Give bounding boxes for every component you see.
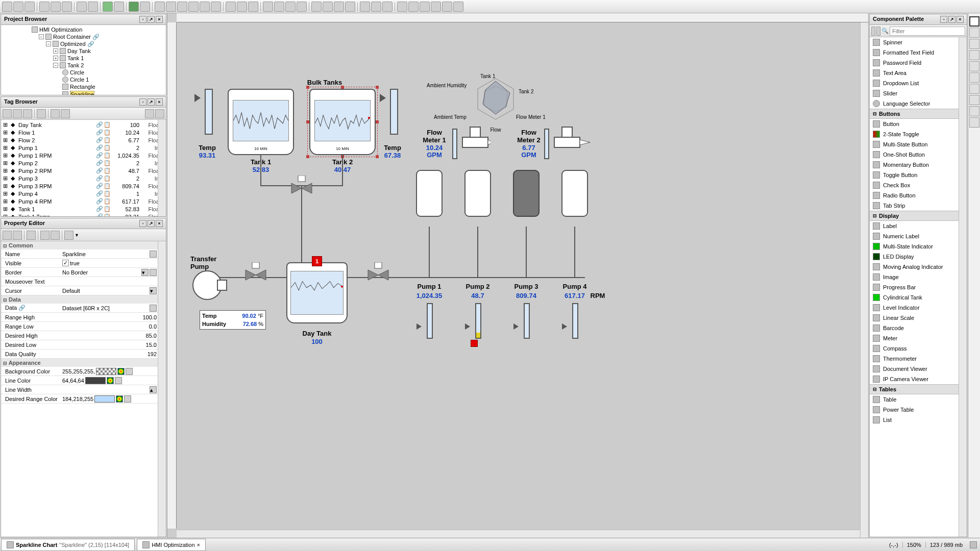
color-swatch[interactable] xyxy=(85,377,106,384)
fm2-bar[interactable] xyxy=(544,129,549,159)
tb-align-bottom-icon[interactable] xyxy=(323,2,333,12)
tb-center-v-icon[interactable] xyxy=(431,2,441,12)
tb-same-width-icon[interactable] xyxy=(397,2,407,12)
tag-row[interactable]: ⊞◆Flow 1🔗📋10.24Float8 xyxy=(2,129,165,136)
palette-level[interactable]: Level Indicator xyxy=(870,303,967,313)
pump4-bar[interactable] xyxy=(572,303,578,339)
pump1-bar[interactable] xyxy=(427,303,433,339)
palette-numeric[interactable]: Numeric Label xyxy=(870,231,967,241)
palette-radio[interactable]: Radio Button xyxy=(870,190,967,201)
tag-opc-icon[interactable] xyxy=(145,109,154,118)
palette-momentary[interactable]: Momentary Button xyxy=(870,160,967,170)
palette-password[interactable]: Password Field xyxy=(870,58,967,68)
palette-textarea[interactable]: Text Area xyxy=(870,68,967,78)
tb-distrib-v-icon[interactable] xyxy=(345,2,355,12)
tag-import-icon[interactable] xyxy=(51,109,60,118)
tag-row[interactable]: ⊞◆Pump 4 RPM🔗📋617.17Float8 xyxy=(2,197,165,205)
tb-new-icon[interactable] xyxy=(2,2,12,12)
tb-zoom-out-icon[interactable] xyxy=(237,2,247,12)
tb-paste-icon[interactable] xyxy=(62,2,72,12)
panel-pin-icon[interactable]: ▫ xyxy=(940,16,947,23)
pump2-bar[interactable] xyxy=(475,303,481,339)
temp2-bar[interactable] xyxy=(390,89,398,135)
palette-list[interactable]: Spinner Formatted Text Field Password Fi… xyxy=(870,37,967,537)
panel-close-icon[interactable]: × xyxy=(156,16,163,23)
gradient-tool-icon[interactable] xyxy=(969,106,979,116)
prop-mouseover-input[interactable] xyxy=(62,279,157,285)
tb-align-top-icon[interactable] xyxy=(297,2,307,12)
color-swatch[interactable] xyxy=(94,395,115,403)
palette-thermo[interactable]: Thermometer xyxy=(870,354,967,364)
tb-back-icon[interactable] xyxy=(371,2,381,12)
project-tree[interactable]: HMI Optimization −Root Container🔗 −Optim… xyxy=(1,25,166,95)
panel-pin-icon[interactable]: ▫ xyxy=(139,98,146,106)
palette-linear[interactable]: Linear Scale xyxy=(870,313,967,323)
palette-list-icon[interactable] xyxy=(876,27,880,36)
palette-compass[interactable]: Compass xyxy=(870,343,967,354)
palette-oneshot[interactable]: One-Shot Button xyxy=(870,149,967,160)
tb-copy-icon[interactable] xyxy=(51,2,61,12)
tb-redo-icon[interactable] xyxy=(88,2,98,12)
palette-tabstrip[interactable]: Tab Strip xyxy=(870,201,967,211)
prop-deshigh-input[interactable] xyxy=(62,333,157,339)
palette-scrollbar[interactable] xyxy=(959,37,967,537)
panel-float-icon[interactable]: ↗ xyxy=(948,16,955,23)
tb-run-icon[interactable] xyxy=(129,2,139,12)
alarm-badge[interactable]: 1 xyxy=(312,256,322,266)
pump3-bar[interactable] xyxy=(524,303,530,339)
prop-deslow-input[interactable] xyxy=(62,342,157,348)
tb-rotate-right-icon[interactable] xyxy=(188,2,199,12)
prop-az-icon[interactable] xyxy=(13,231,22,240)
tag-scrollbar[interactable] xyxy=(158,120,166,216)
palette-view-icon[interactable] xyxy=(871,27,875,36)
tag-row[interactable]: ⊞◆Flow 2🔗📋6.77Float8 xyxy=(2,136,165,144)
panel-pin-icon[interactable]: ▫ xyxy=(139,16,146,23)
prop-dataset-btn[interactable] xyxy=(150,305,157,312)
palette-docview[interactable]: Document Viewer xyxy=(870,364,967,374)
palette-list[interactable]: List xyxy=(870,415,967,425)
tb-flip-h-icon[interactable] xyxy=(200,2,210,12)
tag-row[interactable]: ⊞◆Day Tank🔗📋100Float8 xyxy=(2,121,165,129)
prop-edit-btn[interactable] xyxy=(150,269,157,276)
tb-align-center-icon[interactable] xyxy=(274,2,284,12)
palette-toggle[interactable]: Toggle Button xyxy=(870,170,967,180)
circle-tool-icon[interactable] xyxy=(969,39,979,49)
palette-formatted[interactable]: Formatted Text Field xyxy=(870,47,967,58)
tb-align-left-icon[interactable] xyxy=(263,2,273,12)
tag-row[interactable]: ⊞◆Pump 1🔗📋2Int4 xyxy=(2,144,165,152)
palette-table[interactable]: Table xyxy=(870,394,967,405)
tb-rotate-left-icon[interactable] xyxy=(177,2,187,12)
prop-border-input[interactable] xyxy=(62,269,140,276)
prop-db-btn[interactable] xyxy=(126,368,133,375)
tag-row[interactable]: ⊞◆Pump 2 RPM🔗📋48.7Float8 xyxy=(2,167,165,174)
tag-row[interactable]: ⊞◆Pump 3🔗📋2Int4 xyxy=(2,174,165,182)
tb-align-right-icon[interactable] xyxy=(285,2,296,12)
panel-close-icon[interactable]: × xyxy=(957,16,964,23)
palette-2state[interactable]: 2-State Toggle xyxy=(870,129,967,139)
rect-tool-icon[interactable] xyxy=(969,28,979,38)
palette-lang[interactable]: Language Selector xyxy=(870,98,967,109)
tb-same-height-icon[interactable] xyxy=(408,2,419,12)
close-tab-icon[interactable]: × xyxy=(197,542,200,548)
tb-preview-icon[interactable] xyxy=(103,2,113,12)
panel-close-icon[interactable]: × xyxy=(156,98,163,106)
palette-barcode[interactable]: Barcode xyxy=(870,323,967,333)
prop-data-input[interactable] xyxy=(62,305,149,311)
prop-db-btn[interactable] xyxy=(124,395,131,403)
prop-rangehigh-input[interactable] xyxy=(62,314,157,320)
tank1-graphic[interactable]: 10 MIN xyxy=(228,89,294,155)
tb-undo-icon[interactable] xyxy=(77,2,87,12)
tb-module-icon[interactable] xyxy=(140,2,150,12)
line-tool-icon[interactable] xyxy=(969,61,979,71)
temp1-bar[interactable] xyxy=(205,89,213,135)
tb-grid-icon[interactable] xyxy=(166,2,176,12)
canvas-scrollbar-v[interactable] xyxy=(860,22,868,538)
tag-tree-icon[interactable] xyxy=(3,109,12,118)
palette-meter[interactable]: Meter xyxy=(870,333,967,343)
color-swatch[interactable] xyxy=(96,368,116,375)
path-tool-icon[interactable] xyxy=(969,95,979,105)
tb-front-icon[interactable] xyxy=(360,2,370,12)
dropdown-icon[interactable]: ▾ xyxy=(141,269,149,276)
prop-dq-input[interactable] xyxy=(62,351,157,357)
palette-mai[interactable]: Moving Analog Indicator xyxy=(870,262,967,272)
